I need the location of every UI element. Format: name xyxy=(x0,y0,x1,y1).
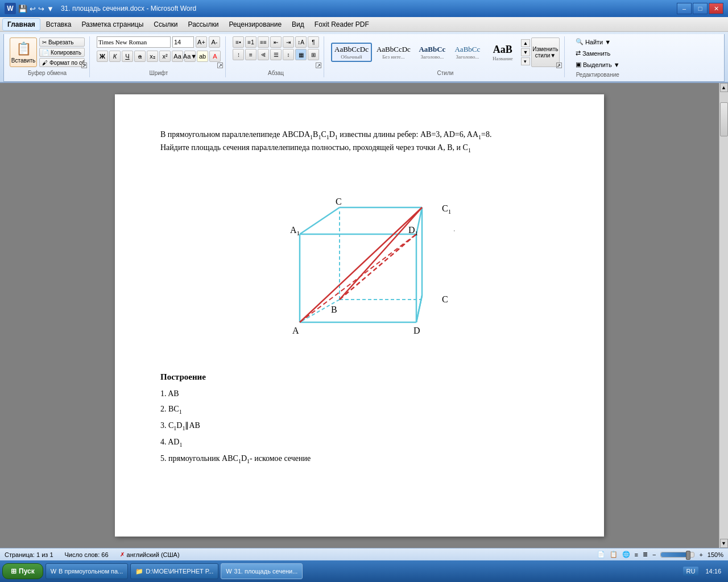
language-label: английский (США) xyxy=(127,551,180,558)
align-left-button[interactable]: ⫶ xyxy=(233,49,244,60)
font-label: Шрифт xyxy=(93,70,224,76)
menu-vid[interactable]: Вид xyxy=(287,19,309,30)
text-case-button[interactable]: Аа▼ xyxy=(184,51,196,62)
spell-error-icon: ✗ xyxy=(120,551,125,558)
taskbar-item-word2[interactable]: W 31. площадь сечени... xyxy=(221,563,303,579)
scroll-down-button[interactable]: ▼ xyxy=(720,539,728,548)
style-heading1[interactable]: AaBbCc Заголово... xyxy=(415,43,449,62)
close-button[interactable]: ✕ xyxy=(709,3,723,14)
style-title[interactable]: AaB Название xyxy=(486,41,520,64)
menu-recenzirovanie[interactable]: Рецензирование xyxy=(224,19,286,30)
save-quick[interactable]: 💾 xyxy=(18,5,27,13)
taskbar-item-word1[interactable]: W В прямоугольном па... xyxy=(46,563,129,579)
label-C-top: C xyxy=(336,197,342,206)
start-button[interactable]: ⊞ Пуск xyxy=(2,563,43,579)
vertical-scrollbar[interactable]: ▲ ▼ xyxy=(719,83,728,548)
menu-rassylki[interactable]: Рассылки xyxy=(184,19,224,30)
select-button[interactable]: ▣ Выделить ▼ xyxy=(572,59,624,70)
label-C1: C1 xyxy=(442,203,451,215)
font-shrink-button[interactable]: A- xyxy=(209,36,220,48)
bold-button[interactable]: Ж xyxy=(97,51,108,62)
app-icon: W xyxy=(5,3,16,14)
ribbon-group-font: A+ A- Ж К Ч a x₂ x² Аа Аа▼ ab A Шрифт ↗ xyxy=(94,36,226,77)
undo-quick[interactable]: ↩ xyxy=(30,5,36,13)
font-size-input[interactable] xyxy=(172,36,194,48)
document-area[interactable]: В прямоугольном параллелепипеде ABCDA1B1… xyxy=(0,83,719,548)
maximize-button[interactable]: □ xyxy=(693,3,708,14)
view-print-button[interactable]: 📄 xyxy=(597,551,605,558)
indent-decrease-button[interactable]: ⇤ xyxy=(270,36,282,48)
align-center-button[interactable]: ≡ xyxy=(245,49,257,60)
styles-scroll-up[interactable]: ▲ xyxy=(521,39,530,47)
taskbar-item-explorer[interactable]: 📁 D:\МОЕ\ИНТЕРНЕТ Р... xyxy=(130,563,218,579)
zoom-slider[interactable] xyxy=(660,552,694,558)
italic-button[interactable]: К xyxy=(109,51,121,62)
menu-foxit[interactable]: Foxit Reader PDF xyxy=(310,19,374,30)
copy-button[interactable]: 📄 Копировать xyxy=(39,48,85,57)
zoom-out-button[interactable]: − xyxy=(652,551,656,558)
sort-button[interactable]: ↕A xyxy=(295,36,307,48)
border-button[interactable]: ⊞ xyxy=(308,49,319,60)
list-bullet-button[interactable]: ≡• xyxy=(233,36,244,48)
page-info: Страница: 1 из 1 xyxy=(5,551,53,558)
minimize-button[interactable]: – xyxy=(677,3,692,14)
list-number-button[interactable]: ≡1 xyxy=(245,36,257,48)
highlight-button[interactable]: ab xyxy=(197,51,208,62)
show-marks-button[interactable]: ¶ xyxy=(308,36,319,48)
font-selector-row: A+ A- xyxy=(97,36,220,48)
styles-more[interactable]: ▾ xyxy=(521,57,530,65)
zoom-handle[interactable] xyxy=(686,551,690,560)
replace-button[interactable]: ⇄ Заменить xyxy=(572,48,614,59)
shading-button[interactable]: ▦ xyxy=(295,49,307,60)
subscript-button[interactable]: x₂ xyxy=(147,51,158,62)
strikethrough-button[interactable]: a xyxy=(134,51,146,62)
taskbar-label-word1: В прямоугольном па... xyxy=(59,568,123,575)
align-right-button[interactable]: ⫷ xyxy=(258,49,269,60)
style-heading2[interactable]: AaBbCc Заголово... xyxy=(450,43,485,62)
scrollbar-thumb[interactable] xyxy=(720,102,728,136)
styles-scroll-down[interactable]: ▼ xyxy=(521,48,530,56)
change-styles-button[interactable]: Изменить стили▼ xyxy=(531,38,560,67)
label-A1: A1 xyxy=(290,225,300,236)
font-grow-button[interactable]: A+ xyxy=(196,36,207,48)
align-justify-button[interactable]: ☰ xyxy=(270,49,282,60)
indent-increase-button[interactable]: ⇥ xyxy=(283,36,294,48)
superscript-button[interactable]: x² xyxy=(159,51,171,62)
paragraph-expand[interactable]: ↗ xyxy=(316,63,321,68)
quick-access: 💾 ↩ ↪ ▼ xyxy=(18,5,54,13)
paste-button[interactable]: 📋 Вставить xyxy=(10,38,37,67)
view-fullscreen-button[interactable]: 📋 xyxy=(610,551,618,558)
cut-button[interactable]: ✂ Вырезать xyxy=(39,38,85,47)
menu-ssylki[interactable]: Ссылки xyxy=(149,19,182,30)
styles-expand[interactable]: ↗ xyxy=(556,63,562,68)
status-bar: Страница: 1 из 1 Число слов: 66 ✗ англий… xyxy=(0,548,728,560)
status-left: Страница: 1 из 1 Число слов: 66 ✗ англий… xyxy=(5,551,180,558)
line-spacing-button[interactable]: ↕ xyxy=(283,49,294,60)
format-button[interactable]: 🖌 Формат по образцу xyxy=(39,58,85,67)
style-no-spacing[interactable]: AaBbCcDc Без инте... xyxy=(373,43,414,62)
menu-glavnaya[interactable]: Главная xyxy=(2,18,40,31)
font-name-input[interactable] xyxy=(97,36,171,48)
list-multi-button[interactable]: ≡≡ xyxy=(258,36,269,48)
edge-A1B1 xyxy=(300,207,340,234)
input-lang-indicator[interactable]: RU xyxy=(683,567,699,576)
clear-format-button[interactable]: Аа xyxy=(172,51,183,62)
menu-vstavka[interactable]: Вставка xyxy=(42,19,76,30)
font-expand[interactable]: ↗ xyxy=(217,63,223,68)
title-bar-left: W 💾 ↩ ↪ ▼ 31. площадь сечения.docx - Mic… xyxy=(5,3,196,14)
dropdown-quick[interactable]: ▼ xyxy=(47,5,54,13)
underline-button[interactable]: Ч xyxy=(122,51,133,62)
construction-item-5: 5. прямоугольник ABC1D1- искомое сечение xyxy=(160,451,559,467)
scroll-up-button[interactable]: ▲ xyxy=(720,83,728,92)
view-outline-button[interactable]: ≡ xyxy=(635,551,638,558)
redo-quick[interactable]: ↪ xyxy=(38,5,44,13)
view-draft-button[interactable]: ≣ xyxy=(643,551,648,558)
view-web-button[interactable]: 🌐 xyxy=(622,551,630,558)
find-button[interactable]: 🔍 Найти ▼ xyxy=(572,36,615,47)
zoom-in-button[interactable]: + xyxy=(699,551,702,558)
style-normal[interactable]: AaBbCcDc Обычный xyxy=(331,43,372,62)
clipboard-expand[interactable]: ↗ xyxy=(81,63,87,68)
menu-razmetka[interactable]: Разметка страницы xyxy=(77,19,148,30)
font-color-button[interactable]: A xyxy=(209,51,221,62)
construction-item-3: 3. C1D1∥AB xyxy=(160,418,559,434)
